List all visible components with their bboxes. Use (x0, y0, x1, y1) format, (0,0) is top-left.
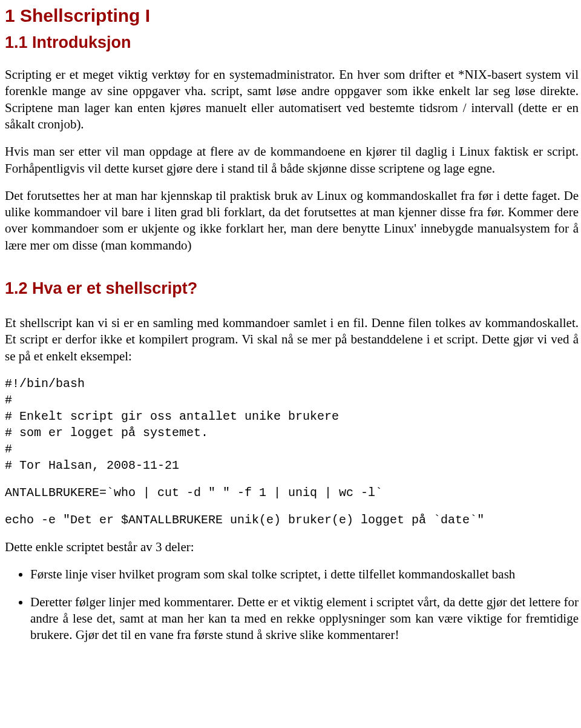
paragraph: Hvis man ser etter vil man oppdage at fl… (5, 144, 579, 177)
section-heading-intro: 1.1 Introduksjon (5, 32, 579, 53)
list-item: Første linje viser hvilket program som s… (30, 566, 579, 583)
document-title: 1 Shellscripting I (5, 4, 579, 27)
paragraph: Et shellscript kan vi si er en samling m… (5, 315, 579, 365)
code-block: echo -e "Det er $ANTALLBRUKERE unik(e) b… (5, 512, 579, 528)
paragraph: Scripting er et meget viktig verktøy for… (5, 67, 579, 133)
list-item: Deretter følger linjer med kommentarer. … (30, 594, 579, 644)
section-heading-what: 1.2 Hva er et shellscript? (5, 278, 579, 299)
document-page: 1 Shellscripting I 1.1 Introduksjon Scri… (0, 0, 581, 667)
bullet-list: Første linje viser hvilket program som s… (5, 566, 579, 643)
paragraph: Det forutsettes her at man har kjennskap… (5, 188, 579, 254)
code-block: #!/bin/bash # # Enkelt script gir oss an… (5, 376, 579, 474)
paragraph: Dette enkle scriptet består av 3 deler: (5, 539, 579, 555)
code-block: ANTALLBRUKERE=`who | cut -d " " -f 1 | u… (5, 485, 579, 501)
